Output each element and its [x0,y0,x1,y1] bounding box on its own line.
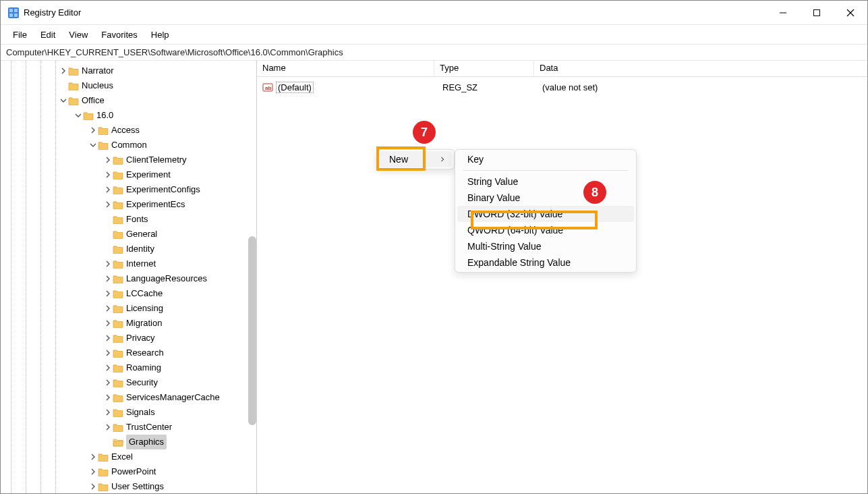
tree-item-lccache[interactable]: LCCache [1,286,256,301]
tree-item-excel[interactable]: Excel [1,449,256,464]
value-row-default[interactable]: (Default) REG_SZ (value not set) [262,80,862,94]
caret-right-icon[interactable] [103,350,113,356]
tree-scrollbar[interactable] [248,236,256,425]
column-data[interactable]: Data [534,61,777,76]
tree-item-common[interactable]: Common [1,138,256,153]
caret-right-icon[interactable] [103,186,113,193]
submenu-multistring-value[interactable]: Multi-String Value [455,238,636,254]
tree-label: Research [126,346,164,360]
caret-right-icon[interactable] [103,275,113,282]
tree-item-experimentecs[interactable]: ExperimentEcs [1,197,256,212]
folder-open-icon [113,437,123,447]
folder-icon [113,274,123,283]
menu-view[interactable]: View [62,28,94,42]
regedit-icon [7,7,20,19]
tree-label: Narrator [82,63,114,78]
tree-label: TrustCenter [126,420,172,435]
caret-right-icon[interactable] [103,364,113,371]
tree-label: PowerPoint [111,464,156,479]
caret-right-icon[interactable] [103,409,113,416]
tree-item-signals[interactable]: Signals [1,405,256,420]
caret-down-icon[interactable] [88,142,98,148]
folder-icon [113,229,123,239]
caret-right-icon[interactable] [103,394,113,401]
tree-item-research[interactable]: Research [1,346,256,360]
caret-right-icon[interactable] [103,157,113,163]
column-name[interactable]: Name [257,61,434,76]
folder-icon [113,244,123,254]
caret-right-icon[interactable] [103,260,113,267]
submenu-expandable-value[interactable]: Expandable String Value [455,254,636,271]
folder-icon [68,96,79,105]
caret-right-icon[interactable] [103,335,113,341]
tree-label: Common [111,138,147,153]
tree-label: ExperimentEcs [126,197,185,212]
folder-icon [98,126,109,135]
submenu-dword-value[interactable]: DWORD (32-bit) Value [457,206,634,222]
column-type[interactable]: Type [434,61,534,76]
caret-right-icon[interactable] [103,379,113,386]
caret-right-icon[interactable] [88,127,98,134]
tree-item-v16[interactable]: 16.0 [1,108,256,123]
tree-item-nucleus[interactable]: Nucleus [1,78,256,93]
submenu-key[interactable]: Key [455,151,636,167]
folder-icon [113,200,123,209]
tree-label: Identity [126,242,154,256]
folder-icon [98,140,109,150]
tree-item-migration[interactable]: Migration [1,316,256,331]
close-button[interactable] [834,1,867,25]
tree-label: LCCache [126,286,163,301]
submenu-qword-value[interactable]: QWORD (64-bit) Value [455,222,636,238]
menu-file[interactable]: File [6,28,34,42]
tree-item-powerpoint[interactable]: PowerPoint [1,464,256,479]
tree-item-office[interactable]: Office [1,93,256,108]
tree-item-trustcenter[interactable]: TrustCenter [1,420,256,435]
address-bar[interactable]: Computer\HKEY_CURRENT_USER\Software\Micr… [1,44,867,61]
context-new[interactable]: New [379,151,452,167]
menu-favorites[interactable]: Favorites [94,28,144,42]
tree-label: Licensing [126,301,163,316]
tree-item-identity[interactable]: Identity [1,242,256,256]
caret-down-icon[interactable] [74,112,83,119]
tree-item-clienttelemetry[interactable]: ClientTelemetry [1,153,256,167]
folder-icon [83,111,94,120]
tree-item-fonts[interactable]: Fonts [1,212,256,227]
tree-item-experimentconfigs[interactable]: ExperimentConfigs [1,182,256,197]
minimize-button[interactable] [766,1,800,25]
tree-item-narrator[interactable]: Narrator [1,63,256,78]
caret-right-icon[interactable] [103,305,113,312]
tree-item-internet[interactable]: Internet [1,256,256,271]
menu-edit[interactable]: Edit [34,28,62,42]
tree-item-security[interactable]: Security [1,375,256,390]
menu-help[interactable]: Help [144,28,176,42]
caret-right-icon[interactable] [103,171,113,178]
tree-item-general[interactable]: General [1,227,256,242]
tree-item-roaming[interactable]: Roaming [1,360,256,375]
tree-item-usersettings[interactable]: User Settings [1,479,256,493]
tree-item-servicesmanagercache[interactable]: ServicesManagerCache [1,390,256,405]
caret-down-icon[interactable] [59,97,68,104]
folder-icon [113,333,123,343]
tree-item-licensing[interactable]: Licensing [1,301,256,316]
caret-right-icon[interactable] [103,201,113,208]
tree-item-privacy[interactable]: Privacy [1,331,256,346]
tree-item-languageresources[interactable]: LanguageResources [1,271,256,286]
tree-label: 16.0 [96,108,113,123]
caret-right-icon[interactable] [59,67,68,74]
submenu-string-value[interactable]: String Value [455,173,636,190]
caret-right-icon[interactable] [88,468,98,475]
tree-item-access[interactable]: Access [1,123,256,138]
tree-item-graphics[interactable]: Graphics [1,435,256,449]
maximize-button[interactable] [800,1,834,25]
tree-item-experiment[interactable]: Experiment [1,167,256,182]
caret-right-icon[interactable] [103,290,113,297]
caret-right-icon[interactable] [88,483,98,490]
submenu-binary-value[interactable]: Binary Value [455,190,636,206]
folder-icon [68,66,79,76]
value-type: REG_SZ [442,82,478,92]
caret-right-icon[interactable] [103,424,113,431]
caret-right-icon[interactable] [103,320,113,327]
caret-right-icon[interactable] [88,454,98,460]
folder-icon [113,185,123,194]
folder-icon [98,467,109,476]
